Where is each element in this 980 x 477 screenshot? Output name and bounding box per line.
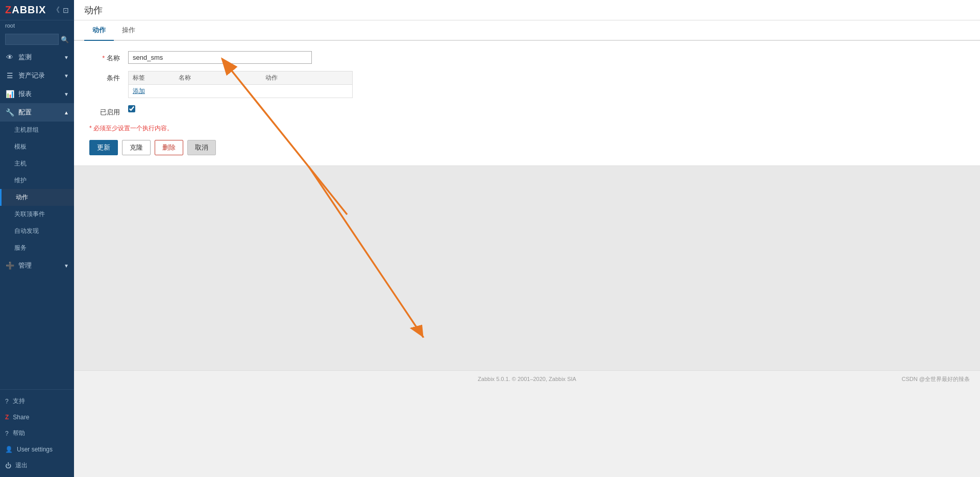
col-action-header: 动作 [265, 74, 306, 82]
add-condition-link[interactable]: 添加 [133, 87, 145, 94]
conditions-table-header: 标签 名称 动作 [129, 71, 352, 85]
monitor-arrow: ▼ [64, 55, 69, 60]
sidebar-item-monitor-label: 监测 [18, 53, 32, 62]
sidebar-item-actions[interactable]: 动作 [0, 189, 74, 206]
sidebar-item-share[interactable]: Z Share [0, 410, 74, 425]
sidebar-item-config-label: 配置 [18, 108, 32, 117]
search-input[interactable] [5, 34, 59, 45]
cancel-button[interactable]: 取消 [187, 140, 216, 155]
sidebar-item-assets-label: 资产记录 [18, 71, 45, 80]
conditions-row: 条件 标签 名称 动作 添加 [89, 71, 965, 98]
main-content: 动作 动作 操作 名称 条件 标签 名称 动作 [74, 0, 980, 477]
sidebar-item-admin-label: 管理 [18, 261, 32, 270]
config-icon: 🔧 [5, 108, 14, 116]
update-button[interactable]: 更新 [89, 140, 118, 155]
share-label: Share [13, 414, 29, 421]
assets-icon: ☰ [5, 71, 14, 80]
sidebar-item-hosts[interactable]: 主机 [0, 155, 74, 172]
user-settings-label: User settings [17, 446, 53, 453]
help-label: 帮助 [13, 429, 25, 438]
user-settings-icon: 👤 [5, 446, 13, 453]
support-icon: ? [5, 398, 9, 405]
clone-button[interactable]: 克隆 [122, 140, 151, 155]
delete-button[interactable]: 删除 [155, 140, 183, 155]
conditions-table: 标签 名称 动作 添加 [128, 71, 353, 98]
monitor-icon: 👁 [5, 53, 14, 61]
enabled-checkbox[interactable] [128, 105, 135, 112]
footer-right-text: CSDN @全世界最好的辣条 [902, 375, 970, 383]
name-input[interactable] [128, 51, 312, 64]
sidebar-item-services[interactable]: 服务 [0, 240, 74, 256]
sidebar-item-help[interactable]: ? 帮助 [0, 425, 74, 442]
sidebar-item-events[interactable]: 关联顶事件 [0, 206, 74, 223]
support-label: 支持 [13, 397, 25, 406]
footer: Zabbix 5.0.1. © 2001–2020, Zabbix SIA CS… [74, 370, 980, 387]
sidebar-user: root [0, 20, 74, 31]
sidebar-item-discovery[interactable]: 自动发现 [0, 223, 74, 240]
name-label: 名称 [89, 51, 120, 63]
sidebar-item-support[interactable]: ? 支持 [0, 393, 74, 410]
logout-icon: ⏻ [5, 462, 11, 469]
sidebar-collapse-icons: 《 ⊡ [53, 6, 69, 15]
footer-text: Zabbix 5.0.1. © 2001–2020, Zabbix SIA [478, 376, 576, 382]
expand-button[interactable]: ⊡ [63, 6, 69, 15]
sidebar-item-hostgroups[interactable]: 主机群组 [0, 122, 74, 138]
admin-icon: ➕ [5, 261, 14, 270]
sidebar-item-assets[interactable]: ☰ 资产记录 ▼ [0, 66, 74, 85]
col-name-header: 名称 [179, 74, 260, 82]
enabled-label: 已启用 [89, 105, 120, 117]
tab-actions[interactable]: 动作 [84, 20, 114, 41]
sidebar-item-user-settings[interactable]: 👤 User settings [0, 442, 74, 457]
sidebar-search-container: 🔍 [0, 31, 74, 48]
conditions-label: 条件 [89, 71, 120, 83]
sidebar-item-admin[interactable]: ➕ 管理 ▼ [0, 256, 74, 275]
search-icon: 🔍 [61, 36, 69, 43]
sidebar-item-reports[interactable]: 📊 报表 ▼ [0, 85, 74, 103]
svg-line-1 [262, 166, 424, 338]
enabled-checkbox-container [128, 105, 135, 112]
collapse-button[interactable]: 《 [53, 6, 60, 15]
sidebar: ZABBIX 《 ⊡ root 🔍 👁 监测 ▼ ☰ 资产记录 ▼ 📊 报表 ▼ [0, 0, 74, 477]
warning-text: 必须至少设置一个执行内容。 [89, 124, 965, 133]
reports-arrow: ▼ [64, 91, 69, 97]
conditions-table-body: 添加 [129, 85, 352, 98]
sidebar-item-logout[interactable]: ⏻ 退出 [0, 457, 74, 474]
sidebar-item-reports-label: 报表 [18, 89, 32, 99]
button-row: 更新 克隆 删除 取消 [89, 140, 965, 155]
help-icon: ? [5, 430, 9, 437]
gray-area [74, 166, 980, 370]
sidebar-item-maintenance[interactable]: 维护 [0, 172, 74, 189]
content-area: 名称 条件 标签 名称 动作 添加 已启用 [74, 41, 980, 477]
admin-arrow: ▼ [64, 263, 69, 269]
tab-operations[interactable]: 操作 [114, 20, 143, 41]
tabs-container: 动作 操作 [74, 20, 980, 41]
assets-arrow: ▼ [64, 73, 69, 79]
name-row: 名称 [89, 51, 965, 64]
sidebar-item-config[interactable]: 🔧 配置 ▲ [0, 103, 74, 122]
sidebar-logo: ZABBIX [5, 4, 46, 16]
sidebar-item-monitor[interactable]: 👁 监测 ▼ [0, 48, 74, 66]
enabled-row: 已启用 [89, 105, 965, 117]
config-arrow: ▲ [64, 110, 69, 115]
page-title: 动作 [74, 0, 980, 20]
sidebar-header: ZABBIX 《 ⊡ [0, 0, 74, 20]
annotation-arrow [74, 166, 980, 370]
share-icon: Z [5, 414, 9, 421]
sidebar-item-templates[interactable]: 模板 [0, 138, 74, 155]
sidebar-nav: 👁 监测 ▼ ☰ 资产记录 ▼ 📊 报表 ▼ 🔧 配置 ▲ 主机群组 模板 主机… [0, 48, 74, 389]
logout-label: 退出 [15, 461, 28, 470]
col-label-header: 标签 [133, 74, 174, 82]
reports-icon: 📊 [5, 90, 14, 98]
form-container: 名称 条件 标签 名称 动作 添加 已启用 [74, 41, 980, 166]
sidebar-bottom: ? 支持 Z Share ? 帮助 👤 User settings ⏻ 退出 [0, 389, 74, 477]
